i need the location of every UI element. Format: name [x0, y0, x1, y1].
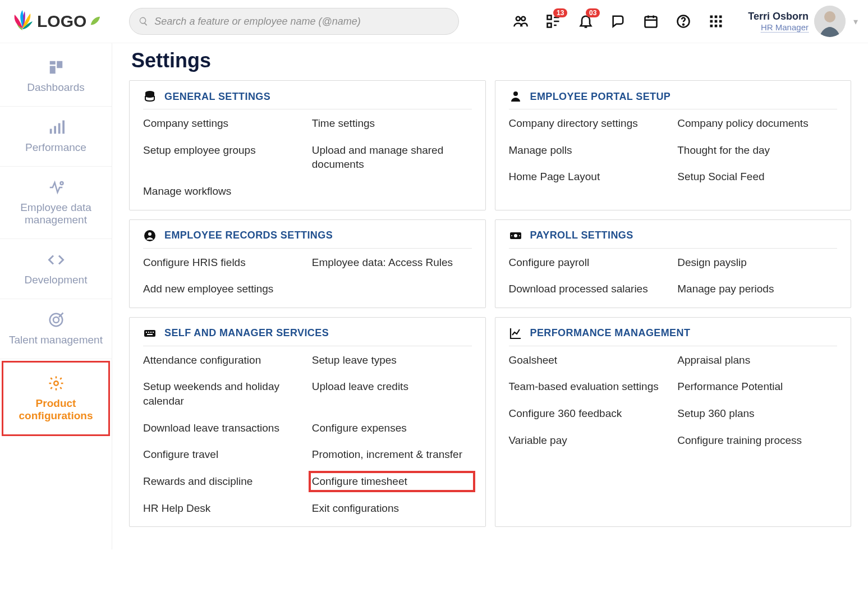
- card-general-settings: GENERAL SETTINGS Company settings Time s…: [129, 80, 486, 210]
- link-training-process[interactable]: Configure training process: [677, 433, 837, 448]
- svg-rect-13: [710, 25, 713, 27]
- help-icon[interactable]: [675, 13, 692, 30]
- link-manage-pay-periods[interactable]: Manage pay periods: [677, 282, 837, 296]
- target-icon: [6, 311, 106, 328]
- search-input[interactable]: Search a feature or employee name (@name…: [129, 8, 459, 35]
- link-upload-leave-credits[interactable]: Upload leave credits: [312, 379, 472, 408]
- link-social-feed[interactable]: Setup Social Feed: [677, 169, 837, 184]
- svg-rect-42: [147, 334, 153, 335]
- link-download-leave-trans[interactable]: Download leave transactions: [143, 421, 303, 435]
- link-home-page-layout[interactable]: Home Page Layout: [509, 169, 669, 184]
- card-employee-records: EMPLOYEE RECORDS SETTINGS Configure HRIS…: [129, 219, 486, 308]
- account-icon: [143, 229, 157, 242]
- sidebar-item-development[interactable]: Development: [0, 239, 112, 299]
- link-design-payslip[interactable]: Design payslip: [677, 255, 837, 270]
- link-configure-hris[interactable]: Configure HRIS fields: [143, 255, 303, 270]
- sidebar-item-product-config[interactable]: Product configurations: [2, 361, 110, 436]
- people-icon[interactable]: [512, 13, 529, 30]
- link-perf-potential[interactable]: Performance Potential: [677, 379, 837, 394]
- link-configure-timesheet[interactable]: Configure timesheet: [312, 474, 472, 489]
- card-title: EMPLOYEE RECORDS SETTINGS: [164, 230, 333, 241]
- link-time-settings[interactable]: Time settings: [312, 116, 472, 131]
- keyboard-icon: [143, 327, 157, 340]
- bell-icon[interactable]: 03: [577, 13, 594, 30]
- link-exit-configurations[interactable]: Exit configurations: [312, 501, 472, 516]
- link-company-directory[interactable]: Company directory settings: [509, 116, 669, 131]
- org-icon[interactable]: 13: [545, 13, 562, 30]
- link-hr-help-desk[interactable]: HR Help Desk: [143, 501, 303, 516]
- svg-rect-21: [49, 129, 52, 134]
- link-variable-pay[interactable]: Variable pay: [509, 433, 669, 448]
- sidebar-item-label: Dashboards: [6, 81, 106, 94]
- sidebar-item-talent[interactable]: Talent management: [0, 299, 112, 359]
- svg-rect-9: [719, 16, 722, 19]
- link-policy-documents[interactable]: Company policy documents: [677, 116, 837, 131]
- person-icon: [509, 90, 522, 103]
- link-company-settings[interactable]: Company settings: [143, 116, 303, 131]
- link-access-rules[interactable]: Employee data: Access Rules: [312, 255, 472, 270]
- link-configure-travel[interactable]: Configure travel: [143, 447, 303, 462]
- chat-icon[interactable]: [610, 13, 627, 30]
- link-setup-360-plans[interactable]: Setup 360 plans: [677, 406, 837, 421]
- link-weekends-holiday[interactable]: Setup weekends and holiday calendar: [143, 379, 303, 408]
- card-title: GENERAL SETTINGS: [164, 91, 270, 103]
- svg-rect-10: [710, 20, 713, 23]
- link-setup-employee-groups[interactable]: Setup employee groups: [143, 143, 303, 172]
- gear-icon: [9, 375, 103, 392]
- link-add-employee-settings[interactable]: Add new employee settings: [143, 282, 303, 296]
- link-configure-payroll[interactable]: Configure payroll: [509, 255, 669, 270]
- card-title: PERFORMANCE MANAGEMENT: [530, 327, 691, 339]
- link-manage-polls[interactable]: Manage polls: [509, 143, 669, 158]
- apps-icon[interactable]: [708, 13, 724, 30]
- link-configure-360[interactable]: Configure 360 feedback: [509, 406, 669, 421]
- link-goalsheet[interactable]: Goalsheet: [509, 353, 669, 368]
- svg-rect-22: [54, 126, 56, 134]
- link-thought-for-day[interactable]: Thought for the day: [677, 143, 837, 158]
- link-upload-shared-docs[interactable]: Upload and manage shared documents: [312, 143, 472, 172]
- svg-point-36: [519, 235, 520, 236]
- user-name: Terri Osborn: [748, 11, 809, 22]
- data-icon: [6, 179, 106, 196]
- bars-icon: [6, 119, 106, 136]
- card-title: EMPLOYEE PORTAL SETUP: [530, 91, 671, 103]
- link-setup-leave-types[interactable]: Setup leave types: [312, 353, 472, 368]
- svg-point-30: [513, 91, 518, 96]
- svg-rect-23: [58, 123, 60, 134]
- search-icon: [139, 16, 149, 26]
- sidebar-item-employee-data[interactable]: Employee data management: [0, 167, 112, 239]
- svg-point-35: [511, 235, 512, 236]
- svg-point-17: [824, 11, 835, 22]
- code-icon: [6, 251, 106, 268]
- svg-rect-2: [548, 16, 552, 20]
- page-title: Settings: [131, 49, 851, 72]
- card-payroll: PAYROLL SETTINGS Configure payroll Desig…: [495, 219, 852, 308]
- chevron-down-icon: ▾: [853, 16, 858, 27]
- user-role: HR Manager: [761, 22, 809, 33]
- sidebar-item-label: Talent management: [6, 334, 106, 346]
- sidebar-item-dashboards[interactable]: Dashboards: [0, 47, 112, 107]
- brand-logo[interactable]: LOGO: [10, 9, 101, 34]
- link-rewards-discipline[interactable]: Rewards and discipline: [143, 474, 303, 489]
- link-configure-expenses[interactable]: Configure expenses: [312, 421, 472, 435]
- org-badge: 13: [553, 8, 567, 17]
- calendar-icon[interactable]: [642, 13, 659, 30]
- database-icon: [143, 90, 157, 103]
- link-appraisal-plans[interactable]: Appraisal plans: [677, 353, 837, 368]
- chart-icon: [509, 327, 522, 340]
- sidebar-item-performance[interactable]: Performance: [0, 107, 112, 167]
- money-icon: [509, 229, 522, 242]
- svg-point-34: [514, 234, 517, 237]
- link-team-evaluation[interactable]: Team-based evaluation settings: [509, 379, 669, 394]
- user-menu[interactable]: Terri Osborn HR Manager ▾: [748, 6, 858, 37]
- sidebar-item-label: Product configurations: [9, 397, 103, 422]
- sidebar: Dashboards Performance Employee data man…: [0, 43, 112, 549]
- link-promotion-transfer[interactable]: Promotion, increment & transfer: [312, 447, 472, 462]
- link-download-salaries[interactable]: Download processed salaries: [509, 282, 669, 296]
- card-title: SELF AND MANAGER SERVICES: [164, 327, 329, 339]
- link-attendance-config[interactable]: Attendance configuration: [143, 353, 303, 368]
- card-self-manager-services: SELF AND MANAGER SERVICES Attendance con…: [129, 317, 486, 527]
- svg-rect-39: [148, 332, 149, 333]
- sidebar-item-label: Development: [6, 274, 106, 286]
- link-manage-workflows[interactable]: Manage workflows: [143, 184, 303, 199]
- brand-text: LOGO: [37, 12, 86, 31]
